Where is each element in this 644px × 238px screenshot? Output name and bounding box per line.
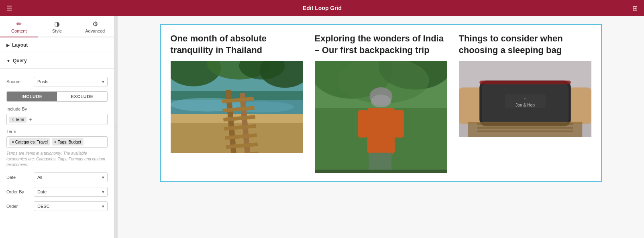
svg-rect-43 (477, 123, 573, 125)
order-by-select-wrapper: Date (34, 187, 108, 197)
query-section: ▼ Query (0, 53, 114, 69)
sidebar: ✏ Content ◑ Style ⚙ Advanced ▶ Layout ▼ (0, 16, 114, 238)
card-3-title: Things to consider when choosing a sleep… (459, 33, 591, 56)
card-1-title: One month of absolute tranquility in Tha… (171, 33, 303, 56)
tab-advanced-label: Advanced (85, 29, 105, 33)
include-by-label: Include By (6, 107, 108, 111)
resize-handle[interactable]: ⋮ (114, 16, 118, 238)
card-2-image (315, 61, 447, 173)
svg-rect-34 (459, 88, 482, 124)
include-by-row: Include By × Term + (6, 107, 108, 125)
term-section: Term × Categories: Travel × Tags: Budget… (6, 129, 108, 168)
query-arrow: ▼ (6, 59, 10, 63)
svg-rect-45 (477, 131, 573, 133)
term-tags-input[interactable]: × Categories: Travel × Tags: Budget (6, 136, 108, 148)
tab-style-label: Style (52, 29, 62, 33)
svg-rect-44 (477, 127, 573, 129)
term-tag-travel-label: Categories: Travel (15, 140, 48, 144)
term-tag-budget[interactable]: × Tags: Budget (52, 138, 84, 146)
main-layout: ✏ Content ◑ Style ⚙ Advanced ▶ Layout ▼ (0, 16, 644, 238)
svg-rect-35 (569, 88, 591, 124)
term-tag-budget-label: Tags: Budget (58, 140, 81, 144)
term-tag-travel-x[interactable]: × (12, 140, 14, 144)
date-select-wrapper: All (34, 172, 108, 182)
page-title: Edit Loop Grid (303, 5, 342, 11)
card-3-image: ⌂ Jon & Hop (459, 61, 591, 137)
layout-section: ▶ Layout (0, 37, 114, 53)
query-label: Query (13, 58, 27, 64)
layout-label: Layout (12, 42, 28, 48)
card-1-image (171, 61, 303, 153)
svg-text:⌂: ⌂ (524, 96, 526, 101)
order-label: Order (6, 204, 31, 209)
order-select[interactable]: DESC (34, 201, 108, 211)
date-row: Date All (6, 172, 108, 182)
svg-rect-41 (479, 81, 571, 84)
add-tag-button[interactable]: + (29, 116, 32, 123)
order-by-select[interactable]: Date (34, 187, 108, 197)
order-row: Order DESC (6, 201, 108, 211)
hamburger-icon[interactable]: ☰ (6, 4, 12, 12)
source-row: Source Posts (6, 77, 108, 86)
term-label: Term (6, 129, 108, 134)
svg-rect-28 (358, 110, 367, 137)
tab-content[interactable]: ✏ Content (0, 16, 38, 37)
term-help-text: Terms are items in a taxonomy. The avail… (6, 151, 108, 168)
svg-rect-27 (367, 108, 394, 154)
include-exclude-toggle: INCLUDE EXCLUDE (6, 91, 108, 102)
grid-preview: One month of absolute tranquility in Tha… (160, 24, 602, 182)
svg-point-26 (371, 94, 391, 107)
order-by-label: Order By (6, 189, 31, 194)
grid-card-3[interactable]: Things to consider when choosing a sleep… (453, 29, 597, 177)
tab-advanced[interactable]: ⚙ Advanced (76, 16, 114, 37)
term-tag-budget-x[interactable]: × (54, 140, 57, 144)
grid-card-1[interactable]: One month of absolute tranquility in Tha… (165, 29, 309, 177)
top-bar: ☰ Edit Loop Grid ⊞ (0, 0, 644, 16)
query-section-header[interactable]: ▼ Query (6, 58, 108, 64)
content-area: One month of absolute tranquility in Tha… (118, 16, 644, 238)
svg-text:Jon & Hop: Jon & Hop (516, 103, 535, 108)
include-button[interactable]: INCLUDE (7, 92, 57, 101)
grid-card-2[interactable]: Exploring the wonders of India – Our fir… (309, 29, 453, 177)
layout-arrow: ▶ (6, 43, 10, 47)
order-select-wrapper: DESC (34, 201, 108, 211)
svg-rect-31 (315, 170, 447, 173)
source-select[interactable]: Posts (34, 77, 108, 86)
date-label: Date (6, 175, 31, 180)
order-by-row: Order By Date (6, 187, 108, 197)
exclude-button[interactable]: EXCLUDE (57, 92, 107, 101)
content-icon: ✏ (16, 20, 22, 28)
card-2-title: Exploring the wonders of India – Our fir… (315, 33, 447, 56)
tag-remove-icon[interactable]: × (12, 117, 14, 122)
svg-rect-29 (395, 110, 404, 137)
term-tag-travel[interactable]: × Categories: Travel (9, 138, 50, 146)
style-icon: ◑ (54, 20, 60, 28)
date-select[interactable]: All (34, 172, 108, 182)
tab-content-label: Content (11, 29, 27, 33)
source-select-wrapper: Posts (34, 77, 108, 86)
layout-section-header[interactable]: ▶ Layout (6, 42, 108, 48)
query-fields: Source Posts INCLUDE EXCLUDE Include By … (0, 69, 114, 216)
include-by-tag-label: Term (15, 117, 24, 122)
include-by-tag[interactable]: × Term (9, 117, 26, 123)
source-label: Source (6, 79, 31, 84)
sidebar-tabs: ✏ Content ◑ Style ⚙ Advanced (0, 16, 114, 37)
tab-style[interactable]: ◑ Style (38, 16, 76, 37)
include-by-input[interactable]: × Term + (6, 114, 108, 125)
grid-icon[interactable]: ⊞ (632, 4, 638, 12)
advanced-icon: ⚙ (92, 20, 98, 28)
